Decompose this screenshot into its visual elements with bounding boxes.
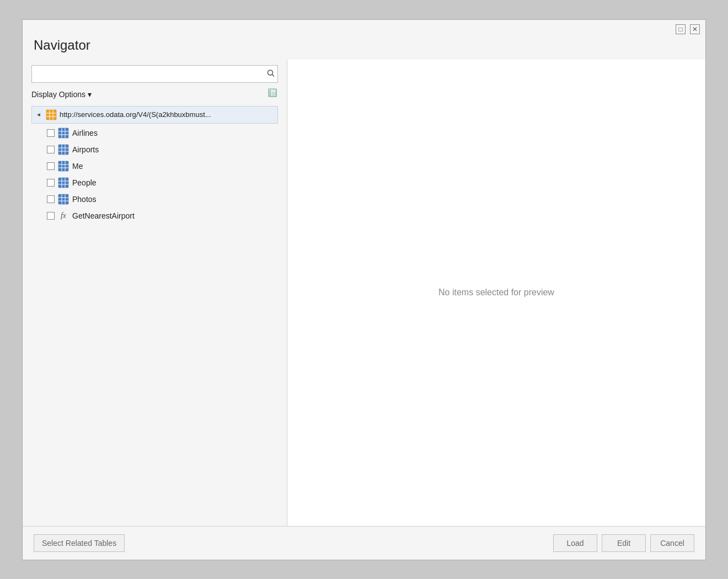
getnearest-label: GetNearestAirport <box>72 211 135 220</box>
tree-container: ◄ http://services.odata.org/V4/(S(a2khbu… <box>31 106 278 520</box>
edit-button[interactable]: Edit <box>602 534 646 552</box>
svg-rect-10 <box>58 128 68 138</box>
left-panel: Display Options ▾ ◄ <box>23 60 287 526</box>
getnearest-checkbox[interactable] <box>47 212 55 220</box>
search-input[interactable] <box>31 65 278 83</box>
photos-label: Photos <box>72 195 97 204</box>
search-box-container <box>31 65 278 83</box>
navigator-window: □ ✕ Navigator Display Options <box>22 19 706 560</box>
airports-table-icon <box>58 144 69 155</box>
search-icon <box>267 69 275 77</box>
svg-rect-20 <box>58 161 68 171</box>
airlines-label: Airlines <box>72 129 98 137</box>
svg-point-0 <box>268 70 273 75</box>
load-button[interactable]: Load <box>553 534 597 552</box>
dropdown-arrow-icon: ▾ <box>88 90 92 99</box>
list-item[interactable]: Photos <box>31 191 278 208</box>
people-label: People <box>72 178 97 187</box>
root-label: http://services.odata.org/V4/(S(a2khbuxb… <box>60 110 211 119</box>
list-item[interactable]: Me <box>31 158 278 174</box>
footer-left: Select Related Tables <box>34 534 125 552</box>
svg-rect-25 <box>58 178 68 188</box>
footer: Select Related Tables Load Edit Cancel <box>23 526 705 560</box>
close-button[interactable]: ✕ <box>690 24 700 34</box>
photos-checkbox[interactable] <box>47 195 55 203</box>
me-label: Me <box>72 162 83 171</box>
title-bar: □ ✕ <box>23 20 705 36</box>
footer-right: Load Edit Cancel <box>553 534 694 552</box>
airlines-table-icon <box>58 128 69 139</box>
search-button[interactable] <box>267 69 275 78</box>
right-panel: No items selected for preview <box>287 60 705 526</box>
svg-rect-30 <box>58 194 68 204</box>
people-table-icon <box>58 177 69 188</box>
refresh-button[interactable] <box>268 88 278 100</box>
airlines-checkbox[interactable] <box>47 129 55 137</box>
svg-rect-5 <box>46 110 56 120</box>
tree-expand-icon: ◄ <box>34 110 43 119</box>
photos-table-icon <box>58 194 69 205</box>
window-title: Navigator <box>23 36 705 60</box>
svg-rect-4 <box>271 92 276 96</box>
airports-label: Airports <box>72 145 99 154</box>
minimize-button[interactable]: □ <box>676 24 686 34</box>
svg-line-1 <box>272 75 275 77</box>
people-checkbox[interactable] <box>47 179 55 187</box>
me-checkbox[interactable] <box>47 162 55 170</box>
list-item[interactable]: Airports <box>31 141 278 158</box>
refresh-icon <box>268 88 278 98</box>
select-related-tables-button[interactable]: Select Related Tables <box>34 534 125 552</box>
cancel-button[interactable]: Cancel <box>650 534 694 552</box>
svg-rect-15 <box>58 145 68 155</box>
no-preview-text: No items selected for preview <box>438 288 554 298</box>
list-item[interactable]: fx GetNearestAirport <box>31 208 278 224</box>
function-icon: fx <box>58 210 69 221</box>
me-table-icon <box>58 161 69 172</box>
list-item[interactable]: Airlines <box>31 125 278 141</box>
content-area: Display Options ▾ ◄ <box>23 60 705 526</box>
root-table-icon <box>46 109 57 120</box>
tree-root-item[interactable]: ◄ http://services.odata.org/V4/(S(a2khbu… <box>31 106 278 124</box>
display-options-row: Display Options ▾ <box>31 88 278 100</box>
airports-checkbox[interactable] <box>47 146 55 153</box>
display-options-button[interactable]: Display Options ▾ <box>31 90 92 99</box>
display-options-label: Display Options <box>31 90 85 99</box>
list-item[interactable]: People <box>31 174 278 191</box>
